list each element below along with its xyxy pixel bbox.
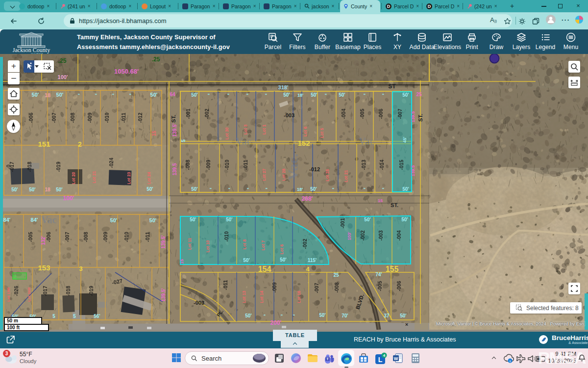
svg-text:84': 84' bbox=[31, 217, 38, 223]
svg-text:-008: -008 bbox=[83, 232, 89, 242]
svg-text:Lot 7: Lot 7 bbox=[261, 240, 266, 251]
svg-text:": " bbox=[129, 93, 131, 98]
svg-text:50': 50' bbox=[110, 217, 118, 223]
svg-text:-017: -017 bbox=[42, 286, 48, 296]
svg-text:139.5: 139.5 bbox=[411, 111, 416, 123]
svg-text:": " bbox=[78, 93, 80, 98]
svg-text:Vac: Vac bbox=[236, 136, 251, 147]
svg-text:ST.: ST. bbox=[391, 202, 398, 208]
svg-text:-002: -002 bbox=[204, 108, 210, 119]
svg-text:-010: -010 bbox=[104, 112, 110, 123]
svg-text:268': 268' bbox=[302, 195, 313, 202]
svg-text:ST.: ST. bbox=[171, 115, 176, 123]
svg-text:-014: -014 bbox=[379, 159, 385, 170]
svg-text:": " bbox=[246, 93, 248, 98]
svg-text:15: 15 bbox=[378, 198, 383, 203]
svg-text:-002: -002 bbox=[302, 238, 308, 249]
svg-text:50': 50' bbox=[32, 92, 39, 98]
svg-text:Lot 26R: Lot 26R bbox=[27, 287, 31, 302]
svg-text:5: 5 bbox=[52, 314, 55, 319]
svg-text:50': 50' bbox=[245, 313, 252, 318]
svg-text:50': 50' bbox=[283, 92, 290, 98]
svg-text:-006: -006 bbox=[28, 112, 34, 123]
svg-text:155: 155 bbox=[386, 265, 399, 273]
svg-text:-003: -003 bbox=[194, 300, 204, 306]
svg-text:154: 154 bbox=[258, 265, 271, 273]
svg-text:-013: -013 bbox=[361, 159, 367, 170]
svg-text:Vac.: Vac. bbox=[285, 154, 301, 181]
svg-text:-008: -008 bbox=[185, 159, 191, 170]
svg-text:-008: -008 bbox=[70, 112, 75, 123]
svg-text:50': 50' bbox=[364, 217, 371, 222]
svg-text:": " bbox=[208, 93, 210, 98]
svg-text:50': 50' bbox=[191, 186, 198, 192]
svg-text:56': 56' bbox=[94, 314, 100, 319]
svg-text:25: 25 bbox=[333, 272, 339, 278]
svg-text:": " bbox=[293, 314, 295, 318]
svg-text:139.5: 139.5 bbox=[411, 165, 416, 177]
svg-text:200': 200' bbox=[270, 319, 282, 326]
svg-text:152: 152 bbox=[297, 139, 310, 147]
svg-text:5: 5 bbox=[181, 139, 186, 142]
svg-text:-001: -001 bbox=[185, 108, 191, 119]
svg-text:": " bbox=[266, 187, 268, 192]
svg-text:-007: -007 bbox=[64, 232, 70, 242]
svg-text:Lot 27: Lot 27 bbox=[262, 168, 267, 181]
svg-text:151: 151 bbox=[38, 140, 50, 148]
svg-text:18: 18 bbox=[45, 92, 50, 98]
svg-text:103': 103' bbox=[347, 232, 352, 240]
svg-text:1050.68': 1050.68' bbox=[114, 68, 139, 75]
svg-text:50': 50' bbox=[319, 313, 326, 318]
svg-text:25: 25 bbox=[416, 92, 422, 97]
svg-text:Lot 6: Lot 6 bbox=[279, 244, 284, 255]
svg-text:50': 50' bbox=[147, 186, 153, 192]
svg-text:Lot 10: Lot 10 bbox=[205, 240, 210, 252]
svg-text:": " bbox=[264, 314, 266, 318]
svg-text:Lot 24: Lot 24 bbox=[147, 172, 151, 184]
svg-text:-004: -004 bbox=[396, 230, 402, 240]
svg-text:-012: -012 bbox=[309, 166, 320, 172]
svg-text:-018: -018 bbox=[26, 161, 32, 172]
svg-text:×: × bbox=[405, 321, 408, 327]
svg-text:-009: -009 bbox=[87, 112, 93, 123]
svg-text:50': 50' bbox=[310, 186, 317, 192]
svg-text:153: 153 bbox=[38, 263, 50, 272]
svg-text:-019: -019 bbox=[55, 161, 61, 172]
svg-text:50': 50' bbox=[150, 92, 158, 98]
svg-text:-010: -010 bbox=[224, 159, 230, 170]
svg-text:50': 50' bbox=[226, 217, 233, 222]
svg-text:50': 50' bbox=[243, 258, 250, 263]
svg-text:": " bbox=[281, 314, 283, 318]
svg-text:-024: -024 bbox=[108, 158, 114, 168]
svg-text:132': 132' bbox=[41, 236, 46, 245]
svg-text:50': 50' bbox=[29, 187, 36, 192]
svg-text:-002: -002 bbox=[360, 230, 366, 240]
svg-text:-007: -007 bbox=[314, 283, 319, 293]
svg-text:37: 37 bbox=[384, 313, 390, 318]
svg-text:Lot 11: Lot 11 bbox=[187, 237, 192, 250]
svg-text:-003: -003 bbox=[284, 112, 294, 118]
svg-text:": " bbox=[210, 187, 212, 192]
svg-text:": " bbox=[382, 93, 384, 98]
svg-text:": " bbox=[112, 93, 114, 98]
svg-text:": " bbox=[227, 93, 229, 98]
svg-text:Lot 25: Lot 25 bbox=[325, 169, 330, 181]
svg-text:15: 15 bbox=[12, 275, 17, 280]
svg-text:-010: -010 bbox=[123, 232, 129, 242]
svg-text:139.5': 139.5' bbox=[161, 288, 166, 301]
svg-text:139.5': 139.5' bbox=[161, 235, 166, 248]
svg-text:.25: .25 bbox=[152, 56, 160, 63]
svg-text:": " bbox=[325, 93, 327, 98]
svg-text:Lot 23: Lot 23 bbox=[126, 172, 131, 184]
svg-text:70': 70' bbox=[342, 313, 348, 318]
svg-text:-0: -0 bbox=[5, 164, 11, 169]
svg-text:50': 50' bbox=[56, 92, 64, 98]
svg-text:-005: -005 bbox=[27, 232, 33, 242]
svg-text:": " bbox=[247, 187, 249, 192]
svg-text:-007: -007 bbox=[51, 112, 57, 123]
svg-text:": " bbox=[382, 187, 384, 192]
svg-text:100': 100' bbox=[58, 74, 68, 80]
svg-text:139.5': 139.5' bbox=[172, 123, 177, 136]
svg-text:": " bbox=[332, 187, 334, 192]
svg-text:Vac: Vac bbox=[41, 214, 57, 225]
